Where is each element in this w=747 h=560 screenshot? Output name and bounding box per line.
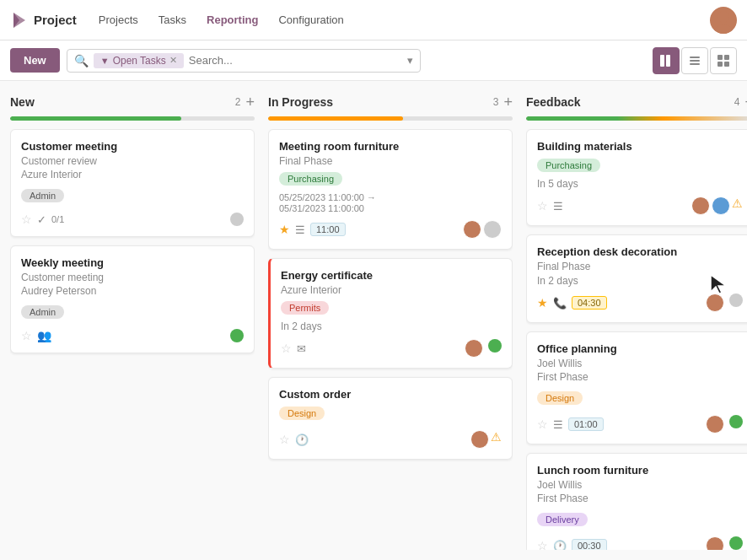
column-new-add[interactable]: + — [245, 94, 255, 110]
svg-point-3 — [714, 24, 733, 34]
status-dot — [729, 293, 743, 307]
card-tag: Purchasing — [279, 172, 342, 186]
column-feedback-cards: Building materials Purchasing In 5 days … — [526, 129, 747, 550]
in-days: In 2 days — [281, 320, 502, 332]
card-title: Meeting room furniture — [279, 140, 502, 153]
in-days: In 5 days — [537, 178, 743, 190]
avatar-group — [706, 536, 743, 550]
card-footer: ☆ 🕐 ⚠ — [279, 430, 502, 449]
nav-projects[interactable]: Projects — [90, 8, 147, 31]
svg-point-2 — [717, 11, 729, 23]
new-button[interactable]: New — [10, 48, 60, 73]
card-subtitle: Customer review — [21, 155, 244, 167]
card-person: Azure Interior — [21, 169, 244, 180]
card-energy-certificate[interactable]: Energy certificate Azure Interior Permit… — [268, 258, 513, 369]
card-reception-desk[interactable]: Reception desk decoration Final Phase In… — [526, 234, 747, 323]
task-count: 0/1 — [51, 214, 64, 224]
kanban-view-button[interactable] — [653, 47, 680, 74]
status-dot — [230, 213, 244, 226]
card-footer: ☆ ☰ 01:00 — [537, 415, 743, 433]
svg-rect-11 — [717, 62, 723, 67]
check-icon: ✓ — [37, 213, 46, 226]
star-icon[interactable]: ☆ — [537, 417, 548, 431]
avatar — [463, 220, 481, 239]
card-phase: First Phase — [537, 371, 743, 383]
nav-reporting[interactable]: Reporting — [198, 8, 266, 31]
svg-rect-4 — [660, 55, 664, 67]
card-meeting-room-furniture[interactable]: Meeting room furniture Final Phase Purch… — [268, 129, 513, 250]
column-in-progress-cards: Meeting room furniture Final Phase Purch… — [268, 129, 513, 550]
status-dot — [729, 415, 743, 428]
card-lunch-room-furniture[interactable]: Lunch room furniture Joel Willis First P… — [526, 453, 747, 550]
card-office-planning[interactable]: Office planning Joel Willis First Phase … — [526, 331, 747, 444]
star-icon[interactable]: ★ — [279, 223, 290, 236]
column-feedback: Feedback 4 + Building materials Purchasi… — [526, 91, 747, 550]
column-new: New 2 + Customer meeting Customer review… — [10, 91, 255, 550]
card-person: Joel Willis — [537, 358, 743, 369]
nav-configuration[interactable]: Configuration — [270, 8, 352, 31]
list-icon: ☰ — [553, 200, 563, 213]
grid-view-button[interactable] — [710, 47, 737, 74]
column-new-count: 2 — [235, 96, 241, 108]
card-weekly-meeting[interactable]: Weekly meeting Customer meeting Audrey P… — [10, 245, 255, 353]
avatar — [706, 536, 724, 550]
filter-label: Open Tasks — [113, 55, 166, 67]
avatar-group: ⚠ — [470, 430, 502, 449]
date-start: 05/25/2023 11:00:00 → — [279, 192, 502, 202]
card-title: Custom order — [279, 388, 502, 401]
column-feedback-count: 4 — [734, 96, 740, 108]
people-icon: 👥 — [37, 329, 51, 342]
kanban-board: New 2 + Customer meeting Customer review… — [0, 81, 747, 560]
column-feedback-header: Feedback 4 + — [526, 91, 747, 116]
column-new-title: New — [10, 95, 227, 109]
search-input[interactable] — [189, 54, 402, 67]
star-icon[interactable]: ★ — [537, 296, 548, 310]
card-phase: Final Phase — [279, 155, 502, 167]
avatar — [712, 197, 730, 215]
column-new-progress-bar — [10, 116, 181, 121]
user-avatar[interactable] — [710, 7, 737, 34]
arrow-icon: → — [367, 192, 376, 202]
time-badge: 04:30 — [572, 296, 607, 310]
nav-tasks[interactable]: Tasks — [150, 8, 195, 31]
card-custom-order[interactable]: Custom order Design ☆ 🕐 ⚠ — [268, 377, 513, 460]
star-icon[interactable]: ☆ — [537, 199, 548, 213]
toolbar: New 🔍 ▼ Open Tasks ✕ ▾ — [0, 40, 747, 81]
card-customer-meeting[interactable]: Customer meeting Customer review Azure I… — [10, 129, 255, 237]
card-footer: ☆ 👥 — [21, 329, 244, 342]
filter-remove[interactable]: ✕ — [169, 55, 177, 66]
card-title: Customer meeting — [21, 140, 244, 153]
status-dot — [230, 329, 244, 342]
card-footer: ☆ ☰ ⚠ — [537, 197, 743, 215]
column-in-progress-header: In Progress 3 + — [268, 91, 513, 116]
app-logo[interactable]: Project — [10, 11, 77, 30]
card-footer: ★ ☰ 11:00 — [279, 220, 502, 239]
svg-rect-6 — [690, 57, 700, 58]
search-dropdown-arrow[interactable]: ▾ — [407, 54, 413, 67]
star-icon[interactable]: ☆ — [537, 539, 548, 550]
avatar-group: ⚠ — [691, 197, 743, 215]
column-feedback-progress-bar — [526, 116, 747, 121]
column-feedback-progress — [526, 116, 747, 121]
card-phase: Azure Interior — [281, 284, 502, 296]
nav-links: Projects Tasks Reporting Configuration — [90, 8, 352, 31]
search-bar: 🔍 ▼ Open Tasks ✕ ▾ — [67, 49, 421, 73]
star-icon[interactable]: ☆ — [21, 213, 32, 226]
column-in-progress-add[interactable]: + — [503, 94, 513, 110]
warning-icon: ⚠ — [732, 197, 743, 215]
svg-rect-10 — [724, 55, 729, 60]
card-subtitle: Customer meeting — [21, 272, 244, 283]
star-icon[interactable]: ☆ — [279, 433, 290, 446]
list-view-button[interactable] — [681, 47, 708, 74]
in-days: In 2 days — [537, 275, 743, 287]
star-icon[interactable]: ☆ — [21, 329, 32, 342]
warning-icon: ⚠ — [491, 430, 502, 449]
star-icon[interactable]: ☆ — [281, 342, 292, 355]
envelope-icon: ✉ — [297, 342, 306, 355]
card-building-materials[interactable]: Building materials Purchasing In 5 days … — [526, 129, 747, 226]
time-badge: 01:00 — [568, 417, 604, 431]
avatar — [470, 430, 489, 449]
card-tag: Design — [279, 407, 325, 420]
filter-chip[interactable]: ▼ Open Tasks ✕ — [94, 53, 184, 68]
svg-rect-7 — [690, 60, 700, 62]
